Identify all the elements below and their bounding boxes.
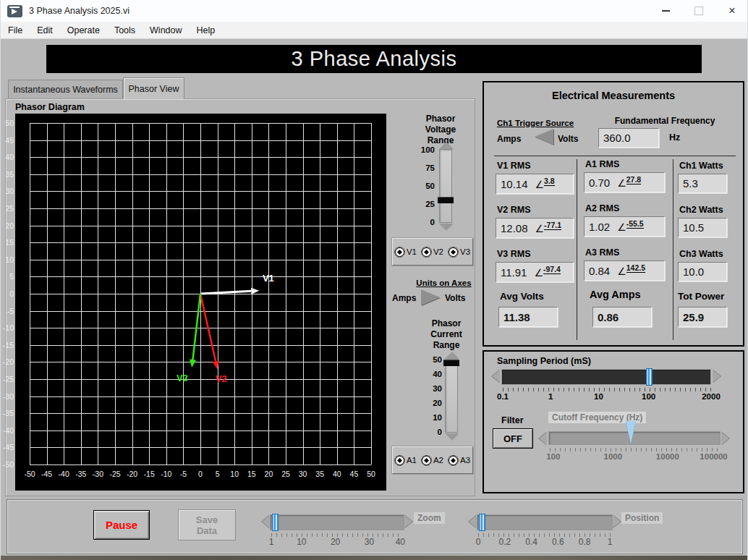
minimize-button[interactable] — [649, 0, 682, 22]
radio-led-icon[interactable] — [395, 247, 404, 257]
tick-label: 1000 — [604, 452, 623, 461]
menu-window[interactable]: Window — [143, 25, 189, 35]
tick-label: 1 — [548, 392, 553, 401]
angle-icon: ∠-55.5 — [617, 222, 644, 232]
tick-label: 10 — [433, 413, 442, 422]
radio-a3[interactable]: A3 — [449, 456, 470, 465]
tick-label: 20 — [331, 537, 340, 547]
cutoff-pointer-handle[interactable] — [626, 421, 636, 444]
measurements-title: Electrical Measurements — [484, 90, 743, 101]
position-left-arrow-icon[interactable] — [469, 515, 477, 528]
x-tick-label: 30 — [299, 470, 307, 478]
app-window: 3 Phase Analysis 2025.vi × FileEditOpera… — [0, 0, 748, 560]
voltage-range-down-arrow-icon[interactable] — [439, 224, 454, 231]
tick-label: 30 — [433, 384, 442, 393]
menu-operate[interactable]: Operate — [60, 25, 107, 35]
fundamental-frequency-field[interactable]: 360.0 — [598, 128, 659, 148]
y-tick-label: 35 — [5, 170, 14, 179]
voltage-range-up-arrow-icon[interactable] — [439, 142, 454, 149]
x-tick-label: -35 — [75, 470, 86, 478]
menu-file[interactable]: File — [1, 25, 30, 35]
banner-title: 3 Phase Analysis — [292, 47, 457, 71]
position-slider[interactable] — [477, 514, 613, 530]
sampling-period-slider[interactable] — [501, 369, 711, 385]
cutoff-left-arrow-icon[interactable] — [539, 432, 547, 445]
electrical-measurements-panel: Electrical Measurements Ch1 Trigger Sour… — [483, 81, 744, 347]
current-range-slider[interactable] — [445, 359, 458, 433]
y-tick-label: 10 — [5, 255, 14, 264]
zoom-left-arrow-icon[interactable] — [262, 515, 270, 528]
v1-rms-field[interactable]: 10.14∠3.8 — [496, 174, 574, 194]
filter-off-button[interactable]: OFF — [493, 428, 533, 449]
trigger-source-label: Ch1 Trigger Source — [497, 119, 574, 127]
tick-label: 25 — [425, 200, 435, 208]
tick-label: 75 — [425, 164, 435, 172]
ch3-watts-field[interactable]: 10.0 — [678, 262, 727, 281]
tick-label: 10 — [297, 537, 306, 547]
avg-amps-field[interactable]: 0.86 — [592, 307, 652, 327]
zoom-handle[interactable] — [272, 514, 279, 531]
sampling-left-arrow-icon[interactable] — [492, 370, 500, 383]
menu-edit[interactable]: Edit — [30, 25, 60, 35]
tick-label: 0.4 — [525, 537, 537, 547]
x-tick-label: 0 — [198, 470, 203, 478]
radio-led-icon[interactable] — [449, 247, 458, 257]
position-right-arrow-icon[interactable] — [613, 515, 621, 528]
menu-tools[interactable]: Tools — [107, 25, 143, 35]
sampling-period-handle[interactable] — [646, 368, 653, 386]
menu-bar: FileEditOperateToolsWindowHelp — [1, 22, 748, 39]
a2-rms-field[interactable]: 1.02∠-55.5 — [584, 216, 665, 237]
a3-rms-field[interactable]: 0.84∠142.5 — [584, 260, 665, 281]
trigger-toggle-lever-icon[interactable] — [535, 129, 553, 145]
units-volts-label: Volts — [445, 293, 465, 303]
x-tick-label: 40 — [333, 470, 341, 478]
save-data-button[interactable]: Save Data — [178, 509, 236, 540]
radio-led-icon[interactable] — [395, 456, 404, 465]
current-range-handle[interactable] — [443, 360, 459, 366]
tick-label: 0 — [430, 218, 435, 226]
ch1-watts-field[interactable]: 5.3 — [678, 174, 727, 193]
radio-led-icon[interactable] — [422, 456, 431, 465]
y-tick-label: 5 — [9, 272, 14, 281]
x-tick-label: 5 — [216, 470, 220, 478]
current-range-up-arrow-icon[interactable] — [445, 352, 459, 359]
close-button[interactable]: × — [715, 0, 748, 22]
radio-v1[interactable]: V1 — [395, 247, 417, 257]
menu-help[interactable]: Help — [190, 25, 223, 35]
radio-led-icon[interactable] — [422, 247, 431, 257]
tot-power-field[interactable]: 25.9 — [678, 307, 727, 327]
cutoff-right-arrow-icon[interactable] — [721, 432, 729, 445]
position-handle[interactable] — [479, 514, 485, 531]
sampling-right-arrow-icon[interactable] — [713, 370, 721, 383]
ch2-watts-field[interactable]: 10.5 — [678, 218, 727, 237]
current-channel-selector: A1A2A3 — [392, 446, 473, 474]
radio-v3[interactable]: V3 — [449, 247, 470, 257]
avg-volts-field[interactable]: 11.38 — [498, 307, 558, 327]
angle-icon: ∠3.8 — [535, 179, 555, 189]
radio-a1[interactable]: A1 — [395, 456, 417, 465]
banner: 3 Phase Analysis — [46, 45, 702, 73]
tab-instantaneous-waveforms[interactable]: Instantaneous Waveforms — [8, 80, 123, 98]
phasor-diagram-plot[interactable]: -50-50-45-45-40-40-35-35-30-30-25-25-20-… — [15, 114, 386, 491]
zoom-right-arrow-icon[interactable] — [404, 515, 412, 528]
y-tick-label: -45 — [3, 443, 14, 451]
tab-phasor-view[interactable]: Phasor View — [123, 77, 184, 99]
gridline — [371, 123, 372, 464]
labview-vi-icon — [7, 5, 22, 17]
voltage-range-slider[interactable] — [439, 149, 452, 223]
radio-v2[interactable]: V2 — [422, 247, 443, 257]
zoom-slider[interactable] — [270, 514, 404, 530]
a1-rms-field[interactable]: 0.70∠27.8 — [584, 172, 665, 192]
radio-a2[interactable]: A2 — [422, 456, 443, 465]
v2-rms-field[interactable]: 12.08∠-77.1 — [496, 218, 574, 238]
current-range-down-arrow-icon[interactable] — [445, 433, 459, 441]
radio-led-icon[interactable] — [449, 456, 458, 465]
maximize-button[interactable] — [682, 0, 715, 22]
v3-rms-field[interactable]: 11.91∠-97.4 — [496, 262, 574, 282]
units-toggle-lever-icon[interactable] — [421, 289, 440, 305]
current-range-scale: 50403020100 — [419, 360, 442, 432]
voltage-range-handle[interactable] — [438, 197, 454, 203]
pause-button[interactable]: Pause — [93, 510, 150, 540]
trigger-amps-label: Amps — [497, 134, 521, 144]
ch3-watts-label: Ch3 Watts — [679, 249, 723, 259]
